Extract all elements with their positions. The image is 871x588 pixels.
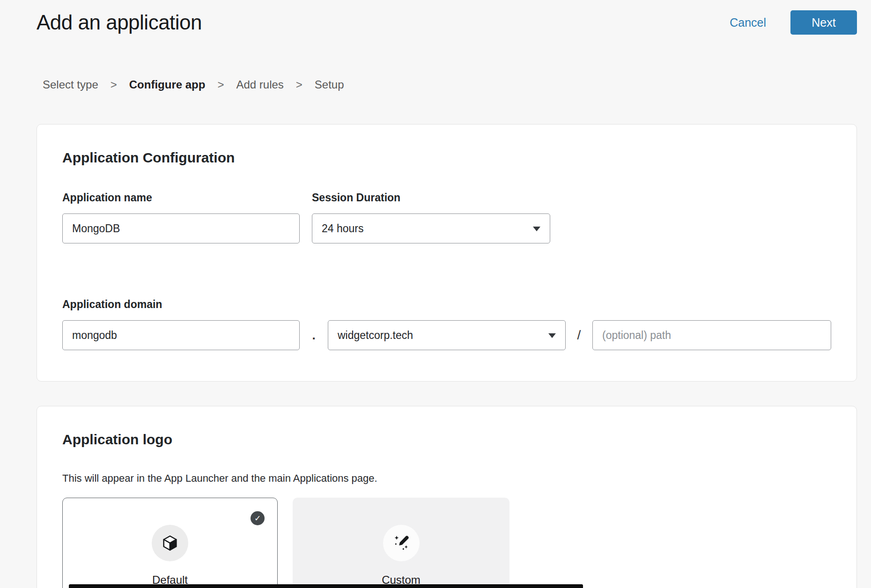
slash-separator: / [566,328,592,343]
application-configuration-card: Application Configuration Application na… [37,124,857,382]
step-separator: > [217,78,224,91]
check-icon: ✓ [254,514,261,523]
logo-option-default[interactable]: ✓ Default [62,498,278,588]
name-session-row: Application name Session Duration 24 hou… [62,191,831,243]
cube-icon [161,534,179,552]
page-title: Add an application [37,11,202,34]
application-domain-label: Application domain [62,298,831,311]
domain-select[interactable]: widgetcorp.tech [328,320,566,350]
page-header: Add an application Cancel Next [0,0,871,35]
cancel-button[interactable]: Cancel [727,15,769,30]
step-separator: > [111,78,117,91]
session-duration-value: 24 hours [322,222,364,235]
application-name-label: Application name [62,191,300,204]
application-domain-row: . widgetcorp.tech / [62,320,831,350]
step-select-type[interactable]: Select type [43,78,98,91]
logo-options: ✓ Default Custom [62,498,831,588]
session-duration-label: Session Duration [312,191,550,204]
application-domain-section: Application domain . widgetcorp.tech / [62,298,831,350]
paintbrush-icon [392,534,411,552]
next-button[interactable]: Next [790,10,857,35]
step-setup[interactable]: Setup [315,78,344,91]
wizard-steps: Select type > Configure app > Add rules … [0,78,871,91]
step-add-rules[interactable]: Add rules [236,78,283,91]
application-logo-heading: Application logo [62,432,831,448]
chevron-down-icon [533,227,540,231]
bottom-edge-strip [69,584,583,588]
domain-select-value: widgetcorp.tech [338,329,413,342]
application-logo-card: Application logo This will appear in the… [37,406,857,588]
session-duration-field: Session Duration 24 hours [312,191,550,243]
application-logo-description: This will appear in the App Launcher and… [62,472,831,485]
chevron-down-icon [548,333,556,338]
logo-option-custom[interactable]: Custom [293,498,509,588]
application-name-input[interactable] [62,213,300,243]
subdomain-input[interactable] [62,320,300,350]
dot-separator: . [300,328,328,343]
step-separator: > [296,78,303,91]
application-configuration-heading: Application Configuration [62,150,831,166]
session-duration-select[interactable]: 24 hours [312,213,550,243]
step-configure-app[interactable]: Configure app [129,78,206,91]
header-actions: Cancel Next [727,10,857,35]
application-name-field: Application name [62,191,300,243]
path-input[interactable] [592,320,831,350]
default-logo-circle [152,525,188,561]
custom-logo-circle [383,525,420,561]
selected-check-badge: ✓ [251,511,265,525]
